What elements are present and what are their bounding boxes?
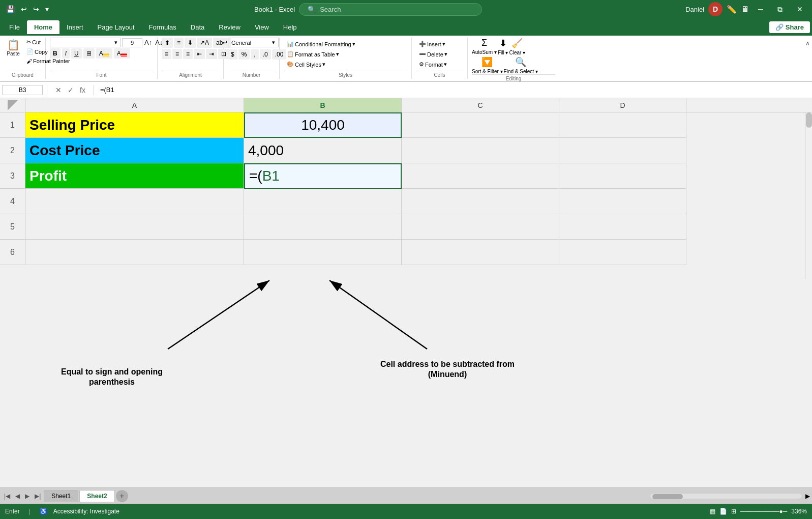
cell-b1[interactable]: 10,400 xyxy=(244,112,402,138)
col-header-b[interactable]: B xyxy=(244,98,402,112)
tab-home[interactable]: Home xyxy=(27,20,59,34)
find-select-button[interactable]: 🔍 Find & Select ▾ xyxy=(504,56,538,74)
screen-icon[interactable]: 🖥 xyxy=(741,5,749,14)
cell-a4[interactable] xyxy=(25,189,244,214)
tab-data[interactable]: Data xyxy=(184,20,212,34)
select-all-icon[interactable] xyxy=(8,100,18,110)
tab-file[interactable]: File xyxy=(2,20,27,34)
cancel-formula-button[interactable]: ✕ xyxy=(53,85,64,95)
percent-button[interactable]: % xyxy=(238,49,250,60)
undo-icon[interactable]: ↩ xyxy=(19,4,29,14)
cell-d5[interactable] xyxy=(559,214,686,240)
minimize-button[interactable]: ─ xyxy=(753,3,768,15)
ribbon-collapse-icon[interactable]: ∧ xyxy=(803,38,812,79)
sheet-nav-prev[interactable]: ◀ xyxy=(13,492,22,501)
align-bottom-button[interactable]: ⬇ xyxy=(185,38,196,48)
zoom-level[interactable]: 336% xyxy=(791,508,807,515)
cell-c6[interactable] xyxy=(402,240,559,265)
align-left-button[interactable]: ≡ xyxy=(162,49,171,59)
decrease-decimal-button[interactable]: .0 xyxy=(260,49,271,60)
close-button[interactable]: ✕ xyxy=(792,3,808,15)
increase-font-icon[interactable]: A↑ xyxy=(143,38,153,47)
cell-b4[interactable] xyxy=(244,189,402,214)
cell-a2[interactable]: Cost Price xyxy=(25,138,244,163)
font-name-selector[interactable]: ▾ xyxy=(50,38,121,47)
font-color-button[interactable]: A▬ xyxy=(114,48,130,59)
tab-review[interactable]: Review xyxy=(212,20,248,34)
cell-c4[interactable] xyxy=(402,189,559,214)
cell-c5[interactable] xyxy=(402,214,559,240)
page-break-icon[interactable]: ⊞ xyxy=(731,508,736,515)
sheet-nav-next[interactable]: ▶ xyxy=(23,492,32,501)
row-num-6[interactable]: 6 xyxy=(0,240,25,265)
italic-button[interactable]: I xyxy=(62,48,70,59)
tab-help[interactable]: Help xyxy=(276,20,304,34)
col-header-c[interactable]: C xyxy=(402,98,559,112)
redo-icon[interactable]: ↪ xyxy=(31,4,41,14)
fill-button[interactable]: ⬇ Fill ▾ xyxy=(498,38,508,55)
font-size-selector[interactable]: 9 xyxy=(122,38,142,47)
pen-icon[interactable]: ✏️ xyxy=(727,5,737,14)
align-top-button[interactable]: ⬆ xyxy=(162,38,173,48)
accounting-button[interactable]: $ xyxy=(228,49,237,60)
cell-d1[interactable] xyxy=(559,112,686,138)
tab-insert[interactable]: Insert xyxy=(59,20,91,34)
cell-a1[interactable]: Selling Price xyxy=(25,112,244,138)
cell-d2[interactable] xyxy=(559,138,686,163)
align-center-button[interactable]: ≡ xyxy=(172,49,182,59)
sort-filter-button[interactable]: 🔽 Sort & Filter ▾ xyxy=(472,56,503,74)
customize-qat-icon[interactable]: ▾ xyxy=(43,4,51,14)
bold-button[interactable]: B xyxy=(50,48,61,59)
cell-b5[interactable] xyxy=(244,214,402,240)
row-num-4[interactable]: 4 xyxy=(0,189,25,214)
page-layout-icon[interactable]: 📄 xyxy=(719,508,727,515)
scroll-right-icon[interactable]: ▶ xyxy=(805,493,810,500)
cell-a6[interactable] xyxy=(25,240,244,265)
align-middle-button[interactable]: ≡ xyxy=(174,38,184,48)
sheet-tab-sheet2[interactable]: Sheet2 xyxy=(79,490,114,502)
cell-d6[interactable] xyxy=(559,240,686,265)
clear-button[interactable]: 🧹 Clear ▾ xyxy=(509,38,525,55)
text-direction-button[interactable]: ↗A xyxy=(197,38,212,48)
row-num-2[interactable]: 2 xyxy=(0,138,25,163)
search-box[interactable]: 🔍 Search xyxy=(299,3,482,16)
formula-input[interactable] xyxy=(98,85,810,95)
border-button[interactable]: ⊞ xyxy=(83,48,95,59)
name-box[interactable] xyxy=(2,85,43,95)
share-button[interactable]: 🔗Share xyxy=(769,21,810,33)
format-as-table-button[interactable]: 📋 Format as Table ▾ xyxy=(284,50,342,59)
col-header-a[interactable]: A xyxy=(25,98,244,112)
increase-indent-button[interactable]: ⇥ xyxy=(206,49,217,59)
cell-d4[interactable] xyxy=(559,189,686,214)
row-num-1[interactable]: 1 xyxy=(0,112,25,138)
conditional-formatting-button[interactable]: 📊 Conditional Formatting ▾ xyxy=(284,40,358,48)
underline-button[interactable]: U xyxy=(71,48,82,59)
cell-a3[interactable]: Profit xyxy=(25,163,244,189)
insert-button[interactable]: ➕ Insert ▾ xyxy=(416,40,448,48)
col-header-d[interactable]: D xyxy=(559,98,686,112)
row-num-5[interactable]: 5 xyxy=(0,214,25,240)
decrease-indent-button[interactable]: ⇤ xyxy=(194,49,205,59)
format-button[interactable]: ⚙ Format ▾ xyxy=(416,60,450,69)
normal-view-icon[interactable]: ▦ xyxy=(710,508,715,515)
tab-page-layout[interactable]: Page Layout xyxy=(91,20,142,34)
cell-b3[interactable]: =(B1 xyxy=(244,163,402,189)
tab-formulas[interactable]: Formulas xyxy=(142,20,184,34)
cell-c1[interactable] xyxy=(402,112,559,138)
cell-b6[interactable] xyxy=(244,240,402,265)
horizontal-scrollbar[interactable] xyxy=(650,493,802,499)
sheet-nav-last[interactable]: ▶| xyxy=(33,492,43,501)
cell-d3[interactable] xyxy=(559,163,686,189)
align-right-button[interactable]: ≡ xyxy=(183,49,193,59)
cell-c2[interactable] xyxy=(402,138,559,163)
accessibility-label[interactable]: Accessibility: Investigate xyxy=(53,508,119,515)
vertical-scrollbar[interactable] xyxy=(805,112,812,279)
number-format-selector[interactable]: General ▾ xyxy=(228,38,279,47)
restore-button[interactable]: ⧉ xyxy=(772,3,788,16)
cell-styles-button[interactable]: 🎨 Cell Styles ▾ xyxy=(284,60,328,69)
cell-b2[interactable]: 4,000 xyxy=(244,138,402,163)
insert-function-button[interactable]: fx xyxy=(78,85,87,95)
tab-view[interactable]: View xyxy=(248,20,276,34)
add-sheet-button[interactable]: + xyxy=(116,490,128,502)
save-icon[interactable]: 💾 xyxy=(4,4,17,14)
